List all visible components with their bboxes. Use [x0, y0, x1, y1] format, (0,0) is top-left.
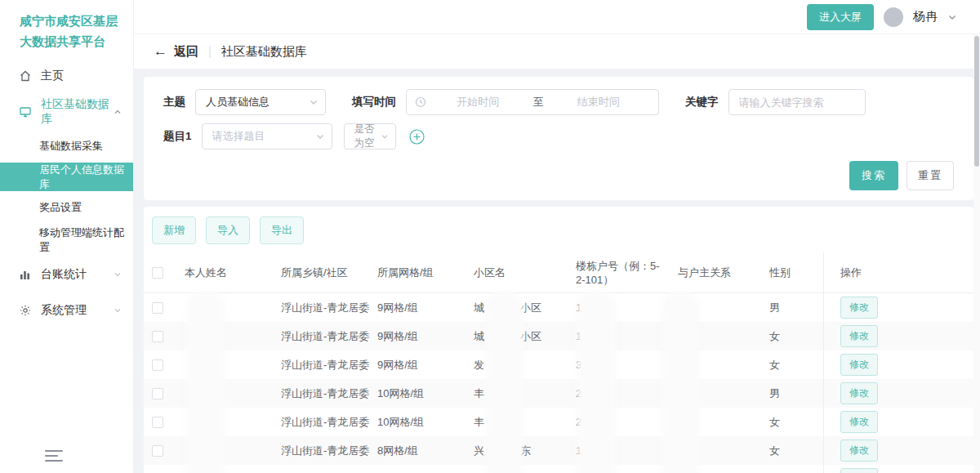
home-icon: [18, 69, 32, 83]
cell-grid: 9网格/组: [369, 350, 466, 379]
theme-select[interactable]: 人员基础信息: [195, 89, 326, 115]
sidebar-item-system-mgmt[interactable]: 系统管理: [0, 292, 133, 328]
table-row: 浮山街道-青龙居委... 8网格/组 兴东 1. 女 修改: [144, 465, 973, 473]
cell-gender: 男: [761, 293, 823, 322]
is-empty-select-value: 是否为空: [354, 123, 381, 150]
row-checkbox[interactable]: [152, 331, 163, 342]
sidebar-item-ledger-stats[interactable]: 台账统计: [0, 257, 133, 292]
cell-house: 1.: [568, 465, 670, 473]
sidebar-item-home[interactable]: 主页: [0, 58, 133, 94]
cell-gender: 女: [761, 436, 823, 465]
cell-relation: [670, 408, 761, 436]
table-panel: 新增 导入 导出 本人姓名 所属乡镇/社区 所属网格/组 小区名 楼栋户号（例：…: [144, 207, 973, 473]
data-table: 本人姓名 所属乡镇/社区 所属网格/组 小区名 楼栋户号（例：5-2-101） …: [144, 252, 973, 473]
cell-township: 浮山街道-青龙居委...: [273, 436, 369, 465]
avatar[interactable]: [884, 7, 903, 27]
chevron-down-icon: [381, 132, 389, 141]
back-button[interactable]: 返回: [174, 44, 198, 60]
user-name[interactable]: 杨冉: [913, 9, 938, 25]
import-button[interactable]: 导入: [206, 216, 250, 244]
cell-name: [176, 436, 273, 465]
cell-gender: 女: [761, 350, 823, 379]
scrollbar-thumb[interactable]: [974, 36, 979, 167]
column-header-relation: 与户主关系: [670, 252, 761, 292]
sidebar-item-data-collect[interactable]: 基础数据采集: [0, 130, 133, 163]
collapse-sidebar-icon[interactable]: [45, 447, 63, 465]
cell-house: 1: [568, 293, 670, 322]
column-header-house: 楼栋户号（例：5-2-101）: [568, 252, 670, 292]
edit-button[interactable]: 修改: [840, 297, 878, 319]
sidebar-item-label: 系统管理: [41, 303, 87, 318]
reset-button[interactable]: 重置: [906, 161, 954, 190]
cell-relation: [670, 322, 761, 350]
select-all-checkbox[interactable]: [152, 267, 163, 279]
is-empty-select[interactable]: 是否为空: [344, 123, 396, 149]
sidebar-item-prize-settings[interactable]: 奖品设置: [0, 191, 133, 224]
sidebar-item-label: 奖品设置: [39, 200, 82, 215]
cell-community: 丰: [466, 379, 568, 408]
column-header-action: 操作: [823, 252, 973, 292]
question-select-placeholder: 请选择题目: [212, 129, 315, 144]
sidebar-item-community-db[interactable]: 社区基础数据库: [0, 94, 133, 130]
row-checkbox[interactable]: [152, 388, 163, 399]
row-checkbox[interactable]: [152, 445, 163, 457]
row-checkbox[interactable]: [152, 359, 163, 371]
app-title-line1: 咸宁市咸安区基层: [20, 11, 125, 31]
vertical-scrollbar[interactable]: [973, 34, 980, 473]
cell-community: 城小区: [466, 293, 568, 322]
cell-relation: [670, 465, 761, 473]
row-checkbox[interactable]: [152, 302, 163, 314]
row-checkbox[interactable]: [152, 417, 163, 428]
sidebar-item-mobile-config[interactable]: 移动管理端统计配置: [0, 224, 133, 257]
add-condition-button[interactable]: [409, 128, 425, 145]
cell-community: 兴东: [466, 436, 568, 465]
breadcrumb-divider: |: [208, 45, 212, 58]
sidebar-item-label: 主页: [41, 69, 64, 83]
table-row: 浮山街道-青龙居委... 9网格/组 城小区 1 男 修改: [144, 293, 973, 322]
cell-community: 兴东: [466, 465, 568, 473]
cell-township: 浮山街道-青龙居委...: [273, 465, 369, 473]
sidebar-item-label: 社区基础数据库: [41, 97, 114, 127]
edit-button[interactable]: 修改: [840, 411, 878, 433]
back-arrow-icon[interactable]: ←: [154, 43, 167, 60]
filter-panel: 主题 人员基础信息 填写时间 开始时间: [144, 77, 973, 200]
column-header-grid: 所属网格/组: [369, 252, 466, 292]
cell-grid: 9网格/组: [369, 293, 466, 322]
export-button[interactable]: 导出: [260, 216, 304, 244]
filter-row-2: 题目1 请选择题目 是否为空: [163, 123, 954, 149]
sidebar-item-resident-db[interactable]: 居民个人信息数据库: [0, 163, 133, 191]
edit-button[interactable]: 修改: [840, 468, 878, 473]
sidebar: 咸宁市咸安区基层 大数据共享平台 主页 社区基础数据库 基础数据采集 居民个人信…: [0, 0, 134, 473]
date-range-picker[interactable]: 开始时间 至 结束时间: [406, 89, 659, 115]
cell-name: [176, 465, 273, 473]
column-header-community: 小区名: [466, 252, 568, 292]
cell-gender: 女: [761, 465, 823, 473]
start-time-placeholder: 开始时间: [426, 95, 530, 109]
cell-relation: [670, 350, 761, 379]
edit-button[interactable]: 修改: [840, 354, 878, 376]
keyword-input[interactable]: [728, 89, 866, 115]
cell-township: 浮山街道-青龙居委...: [273, 379, 369, 408]
cell-gender: 女: [761, 408, 823, 436]
cell-name: [176, 350, 273, 379]
clock-icon: [415, 96, 426, 108]
column-header-township: 所属乡镇/社区: [273, 252, 369, 292]
theme-label: 主题: [163, 95, 185, 109]
edit-button[interactable]: 修改: [840, 440, 878, 462]
keyword-label: 关键字: [685, 95, 719, 109]
enter-big-screen-button[interactable]: 进入大屏: [807, 4, 874, 30]
search-button[interactable]: 搜索: [849, 161, 898, 190]
table-row: 浮山街道-青龙居委... 9网格/组 城小区 1 女 修改: [144, 322, 973, 350]
cell-grid: 10网格/组: [369, 408, 466, 436]
filter-actions: 搜索 重置: [163, 161, 954, 190]
add-button[interactable]: 新增: [152, 216, 196, 244]
edit-button[interactable]: 修改: [840, 382, 878, 404]
sidebar-item-label: 基础数据采集: [39, 139, 103, 154]
chevron-down-icon[interactable]: [947, 12, 957, 22]
question-select[interactable]: 请选择题目: [202, 123, 332, 149]
chevron-down-icon: [309, 97, 318, 107]
column-header-name: 本人姓名: [176, 252, 273, 292]
edit-button[interactable]: 修改: [840, 325, 878, 347]
cell-community: 发: [466, 350, 568, 379]
table-row: 浮山街道-青龙居委... 10网格/组 丰 2 女 修改: [144, 408, 973, 436]
